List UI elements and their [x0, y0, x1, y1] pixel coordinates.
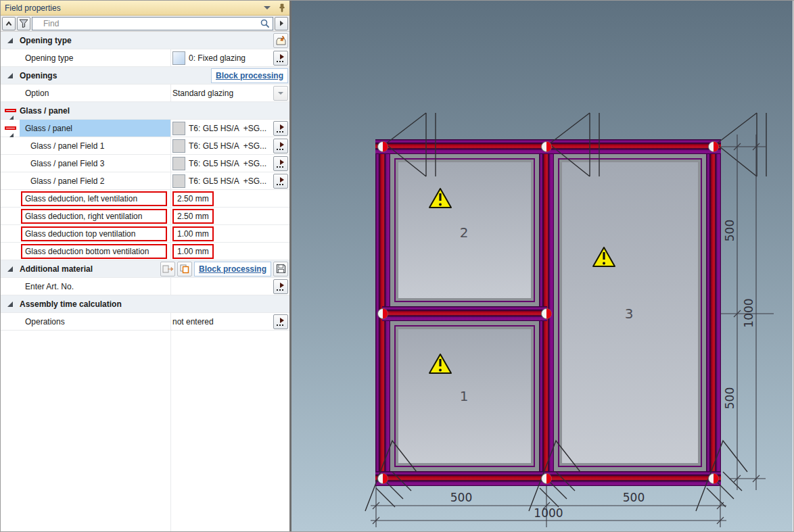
- prop-label: Glass deduction, left ventilation: [25, 194, 137, 203]
- prop-label: Glass / panel Field 1: [20, 137, 171, 154]
- ellipsis-play-icon: [280, 318, 284, 323]
- copy-icon: [179, 264, 189, 274]
- glass-swatch[interactable]: [172, 139, 185, 153]
- panel-toolbar: [1, 16, 289, 32]
- additional-material-block-processing-link[interactable]: Block processing: [194, 262, 271, 276]
- red-annotation-box: 1.00 mm: [172, 244, 214, 259]
- prop-value[interactable]: 1.00 mm: [177, 229, 209, 239]
- section-additional-material[interactable]: Additional material: [1, 260, 289, 278]
- glass-field1-ellipsis-button[interactable]: [273, 139, 288, 153]
- section-label: Additional material: [20, 260, 160, 277]
- save-button[interactable]: [273, 262, 288, 276]
- section-assembly-time[interactable]: Assembly time calculation: [1, 295, 289, 313]
- red-annotation-box: 2.50 mm: [172, 209, 214, 224]
- glass-swatch[interactable]: [172, 157, 185, 170]
- dim-right-total: 1000: [742, 298, 755, 327]
- ellipsis-play-icon: [280, 142, 284, 147]
- glass-field3-ellipsis-button[interactable]: [273, 156, 288, 171]
- red-annotation-box: [5, 109, 16, 112]
- ellipsis-dots-icon: [277, 184, 278, 185]
- search-options-button[interactable]: [275, 17, 288, 30]
- red-annotation-box: Glass deduction bottom ventilation: [21, 244, 167, 259]
- prop-operations[interactable]: Operations not entered: [1, 313, 289, 331]
- collapse-triangle-icon[interactable]: [7, 266, 13, 272]
- chevron-up-icon: [5, 21, 12, 26]
- search-input[interactable]: [42, 18, 258, 29]
- prop-label: Enter Art. No.: [20, 278, 171, 295]
- red-annotation-box: [5, 126, 16, 130]
- field-properties-panel: Field properties: [1, 1, 291, 531]
- ellipsis-play-icon: [280, 54, 284, 59]
- glass-panel-ellipsis-button[interactable]: [273, 121, 288, 136]
- prop-value[interactable]: 2.50 mm: [177, 194, 209, 203]
- prop-deduction-bottom[interactable]: Glass deduction bottom ventilation 1.00 …: [1, 243, 289, 260]
- prop-opening-type[interactable]: Opening type 0: Fixed glazing: [1, 49, 289, 67]
- collapse-triangle-icon[interactable]: [8, 106, 14, 121]
- copy-button[interactable]: [177, 262, 192, 276]
- export-material-button[interactable]: [160, 262, 175, 276]
- tray-arrow-icon: [275, 35, 287, 46]
- prop-enter-art-no[interactable]: Enter Art. No.: [1, 278, 289, 295]
- prop-label: Glass deduction, right ventilation: [25, 212, 142, 221]
- prop-label: Opening type: [20, 49, 171, 66]
- chevron-right-icon: [279, 20, 284, 26]
- section-label: Openings: [20, 67, 211, 84]
- filter-button[interactable]: [17, 17, 30, 30]
- option-dropdown-button[interactable]: [273, 86, 288, 101]
- ellipsis-dots-icon: [277, 166, 278, 168]
- section-opening-type[interactable]: Opening type: [1, 32, 289, 49]
- section-label: Opening type: [20, 32, 273, 49]
- panel-title: Field properties: [5, 3, 61, 13]
- ellipsis-dots-icon: [277, 289, 278, 291]
- prop-label: Option: [20, 84, 171, 101]
- transom[interactable]: [382, 306, 547, 321]
- insert-from-library-button[interactable]: [273, 33, 288, 48]
- openings-block-processing-link[interactable]: Block processing: [211, 68, 288, 83]
- red-annotation-box: 1.00 mm: [172, 226, 214, 241]
- prop-deduction-right[interactable]: Glass deduction, right ventilation 2.50 …: [1, 208, 289, 225]
- ellipsis-play-icon: [280, 283, 284, 288]
- opening-type-swatch[interactable]: [172, 51, 185, 65]
- prop-value[interactable]: 1.00 mm: [177, 247, 209, 256]
- pin-icon[interactable]: [279, 3, 285, 12]
- prop-value[interactable]: 2.50 mm: [177, 212, 209, 221]
- dim-bottom-left: 500: [450, 491, 472, 504]
- prop-label: Glass / panel: [20, 120, 171, 137]
- dim-bottom-right: 500: [623, 491, 645, 504]
- panel-empty-area: [1, 331, 289, 531]
- opening-type-ellipsis-button[interactable]: [273, 51, 288, 66]
- prop-glass-field-1[interactable]: Glass / panel Field 1 T6: GL5 HS/A +SG..…: [1, 137, 289, 155]
- section-openings[interactable]: Openings Block processing: [1, 67, 289, 84]
- search-icon[interactable]: [260, 19, 270, 28]
- art-no-ellipsis-button[interactable]: [273, 279, 288, 294]
- collapse-triangle-icon[interactable]: [7, 73, 13, 78]
- glass-swatch[interactable]: [172, 174, 185, 188]
- prop-glass-field-2[interactable]: Glass / panel Field 2 T6: GL5 HS/A +SG..…: [1, 172, 289, 190]
- prop-glass-field-3[interactable]: Glass / panel Field 3 T6: GL5 HS/A +SG..…: [1, 155, 289, 172]
- prop-deduction-top[interactable]: Glass deduction top ventilation 1.00 mm: [1, 225, 289, 243]
- property-grid: Opening type Opening type 0: Fixed: [1, 32, 289, 531]
- collapse-triangle-icon[interactable]: [7, 38, 13, 43]
- section-glass-panel[interactable]: Glass / panel: [1, 102, 289, 120]
- section-label: Assembly time calculation: [20, 295, 289, 312]
- prop-option[interactable]: Option Standard glazing: [1, 84, 289, 102]
- prop-value: T6: GL5 HS/A +SG...: [189, 159, 266, 168]
- collapse-triangle-icon[interactable]: [7, 301, 13, 307]
- panel-menu-icon[interactable]: [264, 6, 271, 9]
- ellipsis-play-icon: [280, 124, 284, 130]
- section-label: Glass / panel: [20, 102, 289, 119]
- glass-field2-ellipsis-button[interactable]: [273, 174, 288, 189]
- collapse-triangle-icon[interactable]: [8, 124, 14, 139]
- prop-label: Glass deduction top ventilation: [25, 229, 135, 239]
- glass-swatch[interactable]: [172, 122, 185, 135]
- prop-value: T6: GL5 HS/A +SG...: [189, 176, 266, 186]
- floppy-disk-icon: [276, 264, 286, 274]
- ellipsis-dots-icon: [277, 149, 278, 150]
- prop-glass-panel[interactable]: Glass / panel T6: GL5 HS/A +SG...: [1, 120, 289, 137]
- cad-viewport[interactable]: 2 3 1: [291, 1, 793, 531]
- prop-deduction-left[interactable]: Glass deduction, left ventilation 2.50 m…: [1, 190, 289, 208]
- ellipsis-play-icon: [280, 160, 284, 165]
- prop-value: T6: GL5 HS/A +SG...: [189, 141, 266, 151]
- operations-ellipsis-button[interactable]: [273, 314, 288, 329]
- collapse-all-button[interactable]: [2, 17, 16, 30]
